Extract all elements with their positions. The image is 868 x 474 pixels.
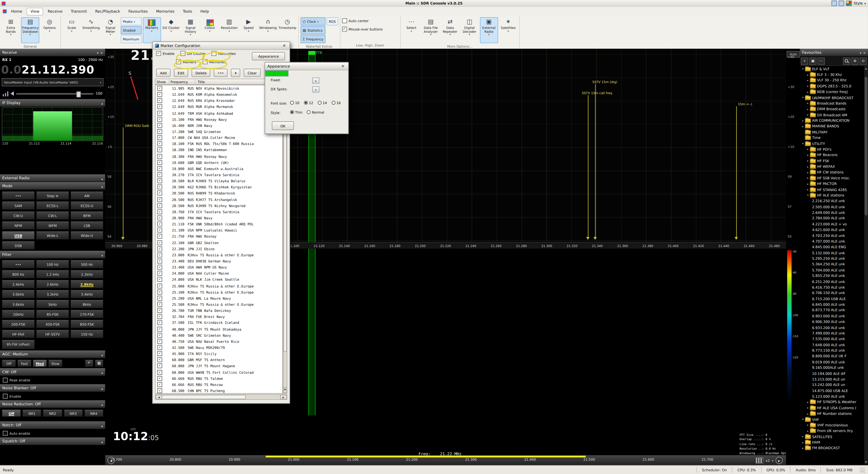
tree-item[interactable]: 2.505.000 ALE unk [800, 204, 864, 209]
graph-icon[interactable]: ▦ [95, 359, 103, 367]
expander-icon[interactable] [806, 401, 810, 404]
row-checkbox[interactable] [157, 203, 162, 208]
row-checkbox[interactable] [157, 197, 162, 202]
marker-dialog-button[interactable]: ••• [214, 69, 227, 77]
tree-item[interactable]: 7.648.000 ALE unk [800, 342, 864, 347]
tree-item[interactable]: 4.621.600 ALE unk [800, 227, 864, 232]
mode-button[interactable]: SAM [2, 201, 35, 210]
resolution-button[interactable]: ▥ Resolution ▾ [220, 17, 238, 43]
speed-button[interactable]: ▶ Speed ▾ [240, 17, 258, 43]
row-checkbox[interactable] [157, 345, 162, 350]
font-size-radio[interactable]: 16 [332, 101, 341, 105]
tree-item[interactable]: From UK servers (try [800, 428, 864, 434]
volume-slider-thumb[interactable] [76, 91, 81, 97]
marker-row[interactable]: 40.000 JPN JJY TS Mount Otakadoya [156, 326, 282, 332]
filter-button[interactable]: HF-SSTV [36, 329, 69, 338]
filter-button[interactable]: 1.2 kHz [36, 270, 69, 278]
window-tool-icon[interactable] [831, 0, 837, 6]
marker-row[interactable]: 60.000 JPN JJY TS Mount Hagane [156, 363, 282, 369]
tree-item[interactable]: 5.295.250 ALE unk [800, 256, 864, 261]
expander-icon[interactable] [806, 188, 810, 191]
row-checkbox[interactable] [157, 370, 162, 375]
row-checkbox[interactable] [157, 135, 162, 140]
chevron-down-icon[interactable]: ▾ [772, 459, 773, 462]
mode-button[interactable]: ECSS-L [36, 201, 69, 210]
marker-row[interactable]: 26.700 TUR TBB Bafa Denizkoy [156, 307, 282, 314]
zoom-x2-button[interactable]: x2 [766, 458, 770, 462]
expander-icon[interactable] [801, 125, 805, 128]
checkbox-box[interactable] [3, 378, 8, 383]
marker-row[interactable]: 20.500 KGZ RJH66 TS Bishkek Kyrgyzstan [156, 184, 282, 190]
agc-button[interactable]: Off [2, 359, 16, 367]
mode-button[interactable]: DSB [2, 241, 35, 250]
ribbon-checkbox[interactable]: Auto center [342, 17, 368, 24]
tree-item[interactable]: HF Beacons [800, 152, 864, 158]
noise-reduction-header[interactable]: Noise Reduction: Off ▴ [0, 401, 105, 408]
row-checkbox[interactable] [157, 129, 162, 134]
row-checkbox[interactable] [157, 172, 162, 177]
menu-item[interactable]: Tools [179, 7, 196, 15]
expander-icon[interactable] [806, 84, 810, 88]
tree-item[interactable]: ELF & VLF [800, 66, 864, 71]
row-checkbox[interactable] [157, 357, 162, 362]
scroll-up-icon[interactable]: ▲ [864, 66, 868, 70]
expander-icon[interactable] [806, 412, 810, 415]
filter-button[interactable]: 8kHz [70, 300, 103, 308]
mode-button[interactable]: Step ≡ [36, 191, 69, 200]
ribbon-button[interactable]: ◔ Signal Meter ▾ [101, 17, 120, 43]
radio-circle[interactable] [304, 101, 308, 105]
row-checkbox[interactable] [157, 160, 162, 165]
row-checkbox[interactable] [157, 98, 162, 103]
expander-icon[interactable] [801, 446, 805, 450]
marker-row[interactable]: 25.200 USA NML La Moure Navy [156, 295, 282, 301]
row-checkbox[interactable] [157, 92, 162, 97]
marker-row[interactable]: 20.500 RUS RAB99 TS Khabarovsk [156, 190, 282, 196]
expander-icon[interactable] [801, 142, 805, 145]
tree-item[interactable]: HF STANAG 4285 [800, 186, 864, 192]
tree-item[interactable]: 4.707.000 ALE unk [800, 238, 864, 244]
row-checkbox[interactable] [157, 178, 162, 183]
mode-button[interactable]: NFM [2, 221, 35, 230]
dx-colour-swatch[interactable] [265, 70, 288, 76]
tree-item[interactable]: HF Number stations [800, 411, 864, 416]
mode-button[interactable]: Wide-L [36, 231, 69, 240]
row-checkbox[interactable] [157, 191, 162, 196]
row-checkbox[interactable] [157, 147, 162, 152]
marker-row[interactable]: 66.660 RUS RBU TS Taldom [156, 375, 282, 381]
agc-button[interactable]: Med [33, 359, 47, 367]
tree-item[interactable]: LW/MW/HF BROADCAST [800, 95, 864, 100]
filter-button[interactable]: 450-FSK [36, 320, 69, 328]
expander-icon[interactable] [806, 171, 810, 174]
chevron-down-icon[interactable]: ▾ [97, 51, 98, 54]
menu-item[interactable]: Memories [152, 7, 178, 15]
row-checkbox[interactable] [157, 283, 162, 288]
ribbon-button[interactable]: ✶ Satellites ▾ [499, 17, 518, 43]
title-bar[interactable]: Main :: SDR Console v3.0.25 Style ▾ [0, 0, 868, 7]
marker-dialog-button[interactable]: Add [156, 69, 170, 77]
expander-icon[interactable] [801, 418, 805, 421]
radio-circle[interactable] [332, 101, 335, 105]
tree-item[interactable]: 4.845.000 ALE ENG [800, 244, 864, 249]
marker-row[interactable]: 20.500 BLR RJH69 TS Vileyka Belarus [156, 178, 282, 184]
row-checkbox[interactable] [157, 302, 162, 307]
marker-row[interactable]: 20.270 ITA ICV Tavolara Sardinia [156, 172, 282, 178]
tree-item[interactable]: 8.809.000 ALE UK F [800, 353, 864, 359]
folder-icon[interactable]: ▣ [809, 57, 816, 65]
row-checkbox[interactable] [157, 320, 162, 325]
row-checkbox[interactable] [157, 308, 162, 313]
row-checkbox[interactable] [157, 240, 162, 245]
ribbon-button[interactable]: ◆ DX Cluster ▾ [162, 17, 180, 43]
filter-button[interactable]: 3.0kHz [2, 290, 35, 298]
tree-item[interactable]: HF ALE stations [800, 192, 864, 198]
chevron-up-icon[interactable]: ▴ [101, 440, 103, 443]
expander-icon[interactable] [806, 90, 810, 93]
font-size-radio[interactable]: 14 [318, 101, 327, 105]
external-radio-header[interactable]: External Radio ▴ [0, 174, 105, 182]
tree-item[interactable]: HF FSK [800, 158, 864, 164]
row-checkbox[interactable] [157, 259, 162, 264]
cw-header[interactable]: CW: Off ▴ [0, 368, 105, 376]
tree-item[interactable]: 6.903.000 ALE unk [800, 313, 864, 319]
row-checkbox[interactable] [157, 376, 162, 381]
windowing-button[interactable]: ∩ Windowing ▾ [259, 17, 277, 43]
expander-icon[interactable] [801, 435, 805, 438]
